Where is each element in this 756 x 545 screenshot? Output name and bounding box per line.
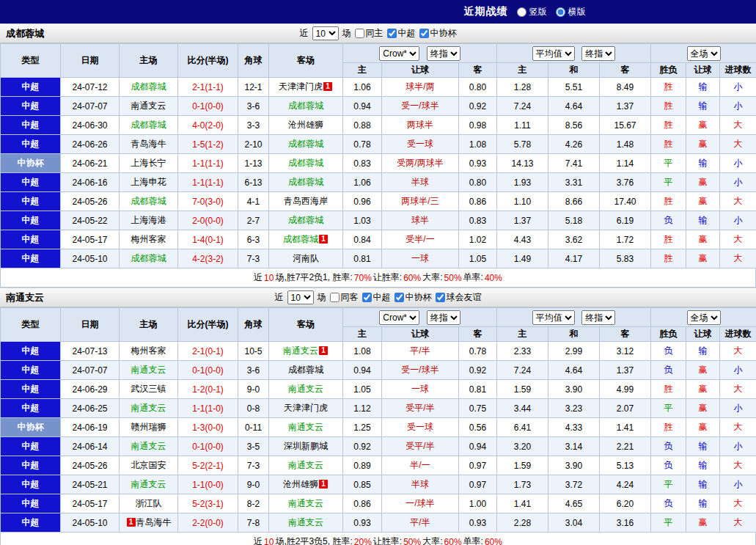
euro-draw-odds: 4.17 — [548, 249, 600, 268]
away-team-cell: 成都蓉城1 — [269, 230, 343, 249]
summary-segment: 大率: — [422, 271, 443, 284]
handicap-result-cell: 输 — [686, 154, 720, 173]
layout-radio-vertical[interactable] — [517, 7, 526, 17]
filter-checkbox[interactable] — [362, 293, 372, 302]
euro-odds-group: 平均值 终指 — [497, 308, 651, 327]
col-corner: 角球 — [238, 308, 269, 342]
match-result-cell: 负 — [651, 494, 686, 513]
filter-checkbox[interactable] — [436, 293, 445, 302]
euro-home-odds: 6.41 — [497, 418, 548, 437]
euro-source-select[interactable]: 平均值 — [532, 46, 575, 61]
euro-away-odds: 1.48 — [600, 135, 651, 154]
euro-away-odds: 6.19 — [600, 211, 651, 230]
filter-suffix: 场 — [318, 291, 326, 304]
euro-odds-group: 平均值 终指 — [497, 44, 651, 63]
filter-option[interactable]: 中超 — [362, 291, 391, 304]
recent-count-select[interactable]: 10 — [287, 290, 314, 304]
filter-checkbox[interactable] — [387, 29, 397, 38]
score-cell: 2-1(1-1) — [178, 78, 238, 97]
competition-type-cell: 中超 — [1, 135, 61, 154]
team-name: 梅州客家 — [131, 345, 166, 356]
goals-result-cell: 大 — [720, 380, 756, 399]
filter-checkbox[interactable] — [419, 29, 429, 38]
home-team-cell: 成都蓉城 — [120, 78, 178, 97]
goals-result-cell: 大 — [720, 513, 756, 533]
euro-period-select[interactable]: 终指 — [581, 310, 615, 325]
filter-prefix: 近 — [275, 291, 284, 304]
page-title: 近期战绩 — [464, 5, 508, 18]
ah-home-odds: 0.81 — [343, 249, 382, 268]
score-cell: 2-2(0-0) — [178, 513, 238, 533]
ah-home-odds: 1.06 — [343, 78, 382, 97]
team-name: 南通支云 — [0, 291, 44, 304]
layout-option-vertical[interactable]: 竖版 — [517, 6, 547, 18]
goals-result-cell: 小 — [720, 97, 756, 116]
team-name: 南通支云 — [131, 441, 166, 451]
filter-checkbox[interactable] — [394, 293, 404, 302]
odds-company-select[interactable]: Crow* — [379, 310, 419, 325]
away-team-cell: 成都蓉城 — [269, 211, 343, 230]
goals-result-cell: 大 — [720, 456, 756, 475]
summary-segment: 60% — [484, 537, 503, 545]
corner-cell: 0-8 — [238, 399, 269, 418]
filter-checkbox[interactable] — [355, 29, 364, 38]
corner-cell: 12-1 — [238, 78, 269, 97]
euro-draw-odds: 4.64 — [548, 97, 600, 116]
match-row: 中超24-06-26青岛海牛1-5(1-2)2-10成都蓉城0.78受一球1.0… — [1, 135, 756, 154]
handicap-result-cell: 输 — [686, 97, 720, 116]
competition-type-cell: 中协杯 — [1, 154, 61, 173]
match-row: 中超24-05-26成都蓉城7-0(3-0)4-1青岛西海岸0.96两球半/三0… — [1, 192, 756, 211]
filter-option[interactable]: 中协杯 — [394, 291, 432, 304]
corner-cell: 8-2 — [238, 494, 269, 513]
match-result-cell: 胜 — [651, 249, 686, 268]
handicap-result-cell: 赢 — [686, 192, 720, 211]
euro-away-odds: 5.13 — [600, 456, 651, 475]
filter-option[interactable]: 同主 — [355, 27, 383, 40]
col-handicap-result: 让球 — [686, 63, 720, 78]
handicap-result-cell: 输 — [686, 456, 720, 475]
ah-line: 受一球 — [382, 135, 459, 154]
corner-cell: 9-0 — [238, 475, 269, 494]
corner-cell: 6-3 — [238, 230, 269, 249]
euro-draw-odds: 3.23 — [548, 399, 600, 418]
scope-select[interactable]: 全场 — [687, 46, 721, 61]
goals-result-cell: 小 — [720, 437, 756, 456]
filter-option[interactable]: 球会友谊 — [436, 291, 482, 304]
odds-period-select[interactable]: 终指 — [427, 46, 460, 61]
competition-type-cell: 中超 — [1, 513, 61, 533]
filter-option[interactable]: 同客 — [330, 291, 359, 304]
match-result-cell: 平 — [651, 513, 686, 533]
euro-source-select[interactable]: 平均值 — [532, 310, 575, 325]
euro-home-odds: 14.13 — [497, 154, 548, 173]
corner-cell: 3-3 — [238, 116, 269, 135]
summary-segment: 10 — [263, 537, 274, 545]
euro-home-odds: 2.28 — [497, 513, 548, 533]
away-team-cell: 天津津门虎1 — [269, 78, 343, 97]
col-date: 日期 — [61, 44, 120, 78]
goals-result-cell: 大 — [720, 494, 756, 513]
filter-option[interactable]: 中超 — [387, 27, 416, 40]
euro-period-select[interactable]: 终指 — [581, 46, 615, 61]
odds-period-select[interactable]: 终指 — [427, 310, 460, 325]
layout-option-horizontal[interactable]: 横版 — [556, 6, 586, 18]
recent-count-select[interactable]: 10 — [312, 26, 339, 40]
home-team-cell: 赣州瑞狮 — [120, 418, 178, 437]
match-result-cell: 平 — [651, 173, 686, 192]
home-team-cell: 南通支云 — [120, 475, 178, 494]
filter-label: 球会友谊 — [447, 291, 482, 304]
odds-company-select[interactable]: Crow* — [379, 46, 419, 61]
filter-checkbox[interactable] — [330, 293, 340, 302]
team-name: 河南队 — [293, 253, 319, 263]
filter-option[interactable]: 中协杯 — [419, 27, 457, 40]
date-cell: 24-06-16 — [61, 173, 120, 192]
team-name: 北京国安 — [131, 460, 166, 470]
euro-draw-odds: 3.04 — [548, 513, 600, 533]
team-name: 南通支云 — [288, 422, 323, 432]
col-ah-home: 主 — [343, 63, 382, 78]
team-name: 沧州雄狮 — [283, 479, 318, 489]
team-name: 南通支云 — [131, 403, 166, 413]
layout-radio-horizontal[interactable] — [556, 7, 565, 17]
scope-select[interactable]: 全场 — [687, 310, 721, 325]
euro-home-odds: 1.28 — [497, 78, 548, 97]
col-corner: 角球 — [238, 44, 269, 78]
